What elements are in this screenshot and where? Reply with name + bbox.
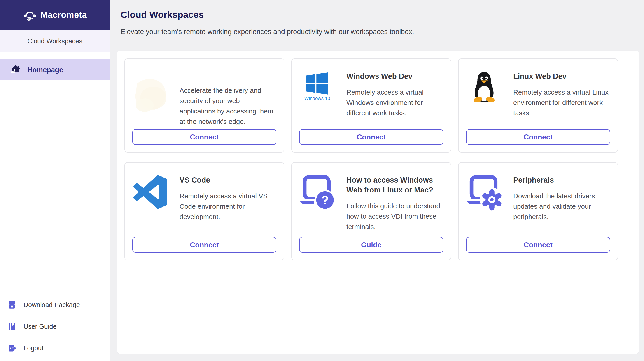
card-description: Follow this guide to understand how to a… <box>346 201 442 232</box>
card-peripherals: Peripherals Download the latest drivers … <box>458 162 618 260</box>
vscode-icon <box>132 175 168 222</box>
sidebar-item-homepage[interactable]: Homepage <box>0 59 110 80</box>
sidebar-item-label: User Guide <box>24 323 57 330</box>
page-title: Cloud Workspaces <box>120 9 644 20</box>
workspaces-panel: Accelerate the delivery and security of … <box>117 50 639 354</box>
windows-10-caption: Windows 10 <box>304 96 330 101</box>
card-linux-web-dev: Linux Web Dev Remotely access a virtual … <box>458 58 618 153</box>
main-content: Cloud Workspaces Elevate your team's rem… <box>110 0 644 361</box>
header-divider <box>120 43 639 43</box>
card-title: Linux Web Dev <box>513 71 610 81</box>
card-edge-app: Accelerate the delivery and security of … <box>124 58 284 153</box>
card-title: How to access Windows Web from Linux or … <box>346 175 442 195</box>
card-vs-code: VS Code Remotely access a virtual VS Cod… <box>124 162 284 260</box>
peripherals-connect-button[interactable]: Connect <box>466 237 610 253</box>
card-text: Windows Web Dev Remotely access a virtua… <box>346 71 442 118</box>
sidebar-item-label: Homepage <box>27 66 63 74</box>
card-text: Linux Web Dev Remotely access a virtual … <box>513 71 610 118</box>
card-body: Linux Web Dev Remotely access a virtual … <box>458 59 618 118</box>
brand-name: Macrometa <box>40 10 87 20</box>
linux-web-dev-connect-button[interactable]: Connect <box>466 129 610 145</box>
sidebar-item-user-guide[interactable]: User Guide <box>0 320 110 334</box>
card-body: Windows 10 Windows Web Dev Remotely acce… <box>292 59 451 118</box>
laptop-question-icon: ? <box>299 175 335 232</box>
sidebar-item-download-package[interactable]: Download Package <box>0 298 110 312</box>
card-body: Accelerate the delivery and security of … <box>125 59 284 127</box>
windows-web-guide-guide-button[interactable]: Guide <box>299 237 443 253</box>
svg-text:?: ? <box>321 193 329 207</box>
card-body: Peripherals Download the latest drivers … <box>458 163 618 222</box>
card-description: Remotely access a virtual VS Code enviro… <box>180 191 276 222</box>
sidebar: Macrometa Cloud Workspaces Homepage <box>0 0 110 361</box>
app-root: Macrometa Cloud Workspaces Homepage <box>0 0 644 361</box>
card-description: Remotely access a virtual Windows enviro… <box>346 87 442 118</box>
card-windows-web-dev: Windows 10 Windows Web Dev Remotely acce… <box>291 58 451 153</box>
sidebar-nav: Homepage <box>0 59 110 80</box>
card-windows-web-guide: ? How to access Windows Web from Linux o… <box>291 162 451 260</box>
sidebar-item-label: Logout <box>24 345 44 352</box>
windows-web-dev-connect-button[interactable]: Connect <box>299 129 443 145</box>
windows-10-icon: Windows 10 <box>299 71 335 118</box>
workspace-card-grid: Accelerate the delivery and security of … <box>117 50 639 260</box>
sidebar-footer: Download Package User Guide <box>0 298 110 355</box>
edge-app-icon <box>132 71 168 127</box>
card-text: How to access Windows Web from Linux or … <box>346 175 442 232</box>
card-title: Peripherals <box>513 175 610 185</box>
card-title: Windows Web Dev <box>346 71 442 81</box>
brand-logo[interactable]: Macrometa <box>0 0 110 30</box>
logout-icon <box>8 344 16 352</box>
card-description: Download the latest drivers updates and … <box>513 191 610 222</box>
card-title: VS Code <box>180 175 276 185</box>
card-description: Remotely access a virtual Linux environm… <box>513 87 610 118</box>
sidebar-section-label: Cloud Workspaces <box>0 30 110 52</box>
laptop-gear-icon <box>466 175 502 222</box>
sidebar-spacer <box>0 52 110 59</box>
vs-code-connect-button[interactable]: Connect <box>132 237 276 253</box>
linux-tux-icon <box>466 71 502 118</box>
home-laptop-icon <box>10 65 20 75</box>
user-guide-icon <box>8 323 16 331</box>
page-subtitle: Elevate your team's remote working exper… <box>120 28 644 36</box>
card-text: VS Code Remotely access a virtual VS Cod… <box>180 175 276 222</box>
macrometa-octopus-icon <box>23 8 37 22</box>
download-package-icon <box>8 301 16 309</box>
card-text: Accelerate the delivery and security of … <box>180 71 276 127</box>
sidebar-item-logout[interactable]: Logout <box>0 341 110 355</box>
card-body: ? How to access Windows Web from Linux o… <box>292 163 451 232</box>
sidebar-item-label: Download Package <box>24 301 80 309</box>
edge-app-connect-button[interactable]: Connect <box>132 129 276 145</box>
card-text: Peripherals Download the latest drivers … <box>513 175 610 222</box>
card-description: Accelerate the delivery and security of … <box>180 85 276 127</box>
card-body: VS Code Remotely access a virtual VS Cod… <box>125 163 284 222</box>
